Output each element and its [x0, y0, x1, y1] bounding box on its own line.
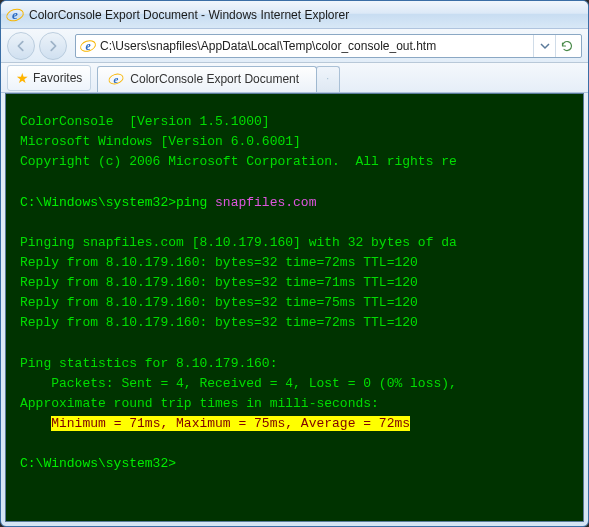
ping-reply-4: Reply from 8.10.179.160: bytes=32 time=7… [20, 315, 418, 330]
svg-rect-0 [328, 78, 330, 80]
page-content: ColorConsole [Version 1.5.1000] Microsof… [5, 93, 584, 522]
address-bar[interactable]: e [75, 34, 582, 58]
favorites-label: Favorites [33, 71, 82, 85]
tab-title: ColorConsole Export Document [130, 72, 299, 86]
tab-strip: e ColorConsole Export Document [97, 64, 340, 92]
ping-header: Pinging snapfiles.com [8.10.179.160] wit… [20, 235, 457, 250]
tab-active[interactable]: e ColorConsole Export Document [97, 66, 317, 92]
window-title: ColorConsole Export Document - Windows I… [29, 8, 349, 22]
ping-reply-3: Reply from 8.10.179.160: bytes=32 time=7… [20, 295, 418, 310]
browser-window: e ColorConsole Export Document - Windows… [0, 0, 589, 527]
ie-icon: e [7, 7, 23, 23]
refresh-button[interactable] [555, 35, 577, 57]
forward-arrow-icon [46, 39, 60, 53]
nav-bar: e [1, 29, 588, 63]
chevron-down-icon [540, 41, 550, 51]
tab-page-icon: e [108, 71, 124, 87]
ping-stats-4-prefix [20, 416, 51, 431]
back-arrow-icon [14, 39, 28, 53]
prompt-2-path: C:\Windows\system32> [20, 456, 176, 471]
new-tab-button[interactable] [316, 66, 340, 92]
console-banner-3: Copyright (c) 2006 Microsoft Corporation… [20, 154, 457, 169]
ping-stats-1: Ping statistics for 8.10.179.160: [20, 356, 277, 371]
ping-stats-3: Approximate round trip times in milli-se… [20, 396, 379, 411]
forward-button[interactable] [39, 32, 67, 60]
console-banner-2: Microsoft Windows [Version 6.0.6001] [20, 134, 301, 149]
star-icon: ★ [16, 70, 29, 86]
ping-reply-2: Reply from 8.10.179.160: bytes=32 time=7… [20, 275, 418, 290]
address-dropdown-button[interactable] [533, 35, 555, 57]
ping-reply-1: Reply from 8.10.179.160: bytes=32 time=7… [20, 255, 418, 270]
prompt-1-path: C:\Windows\system32> [20, 195, 176, 210]
title-bar[interactable]: e ColorConsole Export Document - Windows… [1, 1, 588, 29]
ping-stats-2: Packets: Sent = 4, Received = 4, Lost = … [20, 376, 457, 391]
page-icon: e [80, 38, 96, 54]
prompt-1-host: snapfiles.com [215, 195, 316, 210]
refresh-icon [561, 40, 573, 52]
console-banner-1: ColorConsole [Version 1.5.1000] [20, 114, 270, 129]
prompt-1-cmd: ping [176, 195, 215, 210]
back-button[interactable] [7, 32, 35, 60]
blank-tab-icon [327, 74, 329, 84]
favorites-bar: ★ Favorites e ColorConsole Export Docume… [1, 63, 588, 93]
address-input[interactable] [100, 39, 533, 53]
ping-stats-highlight: Minimum = 71ms, Maximum = 75ms, Average … [51, 416, 410, 431]
favorites-button[interactable]: ★ Favorites [7, 65, 91, 91]
